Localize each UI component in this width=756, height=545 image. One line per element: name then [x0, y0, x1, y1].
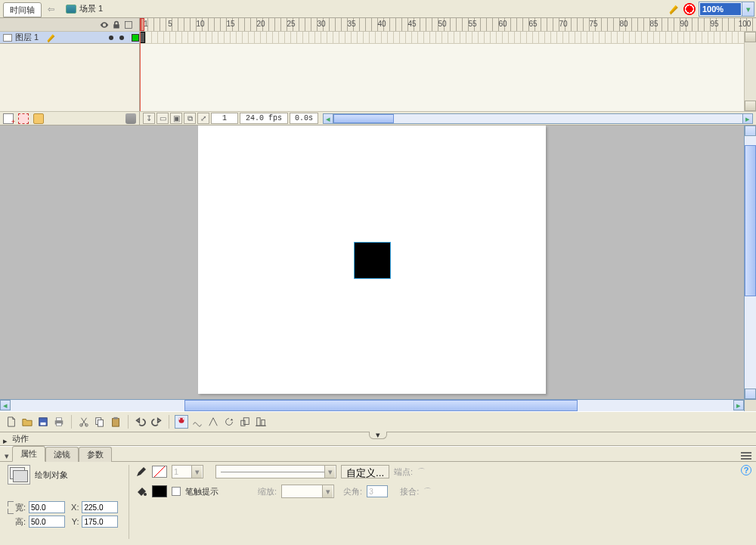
delete-layer-icon[interactable]	[125, 113, 136, 124]
align-icon[interactable]	[254, 415, 268, 429]
scroll-left-icon[interactable]: ◂	[0, 400, 11, 410]
edit-symbols-icon[interactable]	[683, 3, 696, 15]
end-cap-icon[interactable]: ⌒	[417, 466, 429, 477]
cut-icon[interactable]	[77, 415, 91, 429]
stage-viewport[interactable]	[0, 125, 744, 399]
scale-icon[interactable]	[238, 415, 252, 429]
custom-stroke-button[interactable]: 自定义...	[341, 465, 389, 478]
timeline-tab[interactable]: 时间轴	[3, 2, 42, 17]
print-icon[interactable]	[52, 415, 66, 429]
panel-menu-icon[interactable]	[741, 451, 751, 461]
properties-tabs: ▾ 属性 滤镜 参数	[0, 447, 756, 462]
drawing-object-icon	[8, 465, 30, 485]
timeline-vertical-scrollbar[interactable]	[744, 32, 756, 111]
redo-icon[interactable]	[150, 415, 163, 429]
add-folder-icon[interactable]	[33, 113, 44, 124]
fill-bucket-icon[interactable]	[135, 485, 147, 497]
layer-name: 图层 1	[15, 32, 39, 43]
straighten-icon[interactable]	[206, 415, 220, 429]
ruler-tick: 15	[226, 20, 234, 28]
outline-icon[interactable]	[124, 20, 133, 29]
eye-icon[interactable]	[100, 20, 109, 29]
add-layer-icon[interactable]	[3, 113, 14, 124]
frames-area[interactable]	[140, 32, 756, 111]
svg-rect-2	[41, 423, 46, 426]
timeline-panel: 1510152025303540455055606570758085909510…	[0, 18, 756, 125]
y-label: Y:	[71, 517, 79, 526]
ruler-tick: 50	[438, 20, 446, 28]
miter-field	[367, 485, 388, 497]
outline-swatch[interactable]	[132, 34, 139, 42]
ruler-tick: 30	[317, 20, 325, 28]
onion-skin-icon[interactable]: ▭	[156, 113, 169, 124]
collapse-triangle-icon[interactable]: ▾	[3, 451, 11, 461]
drawn-rectangle[interactable]	[355, 243, 390, 278]
visibility-dot[interactable]	[109, 36, 113, 40]
stage-vertical-scrollbar[interactable]	[744, 125, 756, 399]
save-file-icon[interactable]	[36, 415, 50, 429]
lock-dot[interactable]	[119, 36, 124, 40]
copy-icon[interactable]	[93, 415, 107, 429]
constrain-proportions-icon[interactable]	[8, 488, 14, 528]
tab-filters[interactable]: 滤镜	[45, 447, 79, 462]
modify-onion-markers-icon[interactable]: ⤢	[197, 113, 209, 124]
undo-icon[interactable]	[134, 415, 147, 429]
timeline-ruler[interactable]: 1510152025303540455055606570758085909510…	[140, 18, 756, 31]
help-icon[interactable]: ?	[741, 465, 751, 475]
stroke-pencil-icon[interactable]	[135, 466, 147, 478]
ruler-tick: 70	[559, 20, 567, 28]
stage-area: ◂ ▸	[0, 125, 756, 411]
onion-skin-outlines-icon[interactable]: ▣	[170, 113, 182, 124]
ruler-tick: 60	[498, 20, 507, 28]
ruler-tick: 40	[377, 20, 386, 28]
stroke-hinting-checkbox[interactable]	[172, 487, 181, 496]
stroke-style-select[interactable]: ▾	[215, 465, 336, 478]
panel-collapse-toggle[interactable]: ▾	[369, 432, 387, 439]
ruler-tick: 55	[468, 20, 476, 28]
rotate-icon[interactable]	[222, 415, 236, 429]
edit-multiple-frames-icon[interactable]: ⧉	[184, 113, 196, 124]
snap-to-objects-icon[interactable]	[175, 415, 188, 429]
svg-rect-13	[183, 418, 184, 420]
stage-horizontal-scrollbar[interactable]: ◂ ▸	[0, 399, 744, 411]
paste-icon[interactable]	[109, 415, 122, 429]
ruler-tick: 100	[739, 20, 751, 28]
tab-properties[interactable]: 属性	[12, 446, 45, 462]
keyframe[interactable]	[140, 32, 145, 43]
scale-mode-select[interactable]: ▾	[281, 485, 334, 498]
zoom-select[interactable]: 100% ▾	[699, 2, 754, 17]
svg-rect-5	[57, 423, 62, 426]
tab-parameters[interactable]: 参数	[79, 447, 112, 462]
center-playhead-icon[interactable]: ↧	[143, 113, 155, 124]
ruler-tick: 75	[589, 20, 597, 28]
new-file-icon[interactable]	[5, 415, 18, 429]
frames-row[interactable]	[140, 32, 756, 44]
height-field[interactable]	[29, 516, 65, 528]
scene-breadcrumb[interactable]: 场景 1	[63, 2, 106, 16]
timeline-horizontal-scrollbar[interactable]: ◂ ▸	[323, 113, 753, 124]
scroll-left-icon[interactable]: ◂	[323, 113, 333, 124]
layer-row[interactable]: 图层 1	[0, 32, 139, 44]
nav-back-icon[interactable]: ⇦	[45, 3, 57, 15]
add-motion-guide-icon[interactable]	[18, 113, 29, 124]
end-cap-label: 端点:	[394, 466, 413, 478]
scroll-right-icon[interactable]: ▸	[733, 400, 744, 410]
fill-color-swatch[interactable]	[152, 485, 167, 497]
scene-name: 场景 1	[79, 3, 103, 14]
drawing-object-label: 绘制对象	[35, 469, 68, 481]
smooth-icon[interactable]	[191, 415, 204, 429]
x-field[interactable]	[82, 501, 118, 513]
scroll-right-icon[interactable]: ▸	[742, 113, 753, 124]
join-icon[interactable]: ⌒	[423, 486, 435, 497]
open-file-icon[interactable]	[20, 415, 34, 429]
height-label: 高:	[15, 516, 26, 528]
stage-canvas[interactable]	[198, 125, 546, 394]
stroke-color-swatch[interactable]	[152, 466, 167, 478]
svg-rect-11	[113, 417, 117, 420]
y-field[interactable]	[82, 516, 118, 528]
playhead[interactable]	[140, 18, 144, 31]
stroke-weight-select[interactable]: 1 ▾	[172, 465, 203, 478]
edit-scene-icon[interactable]	[668, 3, 680, 15]
lock-icon[interactable]	[112, 20, 121, 29]
width-field[interactable]	[29, 501, 65, 513]
